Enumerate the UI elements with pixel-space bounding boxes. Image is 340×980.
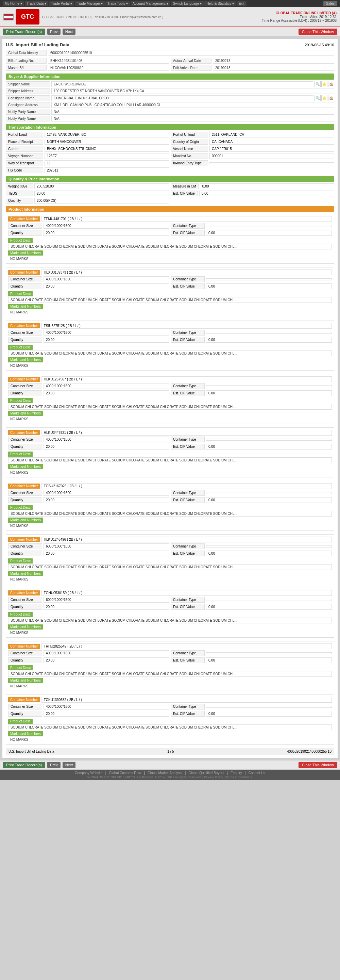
c8-size-value: 6000*1000*1600: [43, 597, 169, 603]
footer-link-market[interactable]: Global Market Analysis: [148, 771, 182, 775]
consignee-icons: 🔍 ⭐ 🏠: [315, 95, 334, 101]
nav-exit[interactable]: Exit: [237, 1, 246, 6]
c1-product-desc-value: SODIUM CHLORATE SODIUM CHLORATE SODIUM C…: [8, 243, 332, 250]
search-icon[interactable]: 🔍: [315, 81, 321, 87]
container-7-number-value: HLKU1246496 ( 2B / L / ): [41, 537, 332, 542]
company-name: GLOBAL TRADE ONLINE LIMITED (A): [262, 11, 337, 15]
footer-copyright: GLOBAL TRADE ONLINE LIMITED is authorize…: [3, 775, 337, 779]
header-right: GLOBAL TRADE ONLINE LIMITED (A) Expire A…: [262, 11, 337, 22]
nav-trade-data[interactable]: Trade Data ▾: [25, 1, 48, 6]
c2-size-label: Container Size: [8, 276, 42, 282]
prev-button-top[interactable]: Prev: [47, 29, 60, 35]
c2-qty-row: Quantity 20.00: [8, 283, 169, 289]
footer-link-customs[interactable]: Global Customs Data: [109, 771, 141, 775]
nav-switch-language[interactable]: Switch Language ▾: [171, 1, 204, 6]
c6-marks-value: NO MARKS: [8, 523, 332, 528]
c2-product-desc-label: Product Desc: [8, 291, 33, 296]
print-button-top[interactable]: Print Trade Record(s): [3, 29, 45, 35]
c9-product-desc-label: Product Desc: [8, 665, 33, 670]
c10-size-label: Container Size: [8, 704, 42, 710]
sales-button[interactable]: Sales: [323, 1, 337, 6]
shipper-name-label: Shipper Name: [6, 81, 50, 87]
nav-trade-manager[interactable]: Trade Manager ▾: [75, 1, 105, 6]
nav-trade-tools[interactable]: Trade Tools ▾: [105, 1, 130, 6]
nav-menu: My Home ▾ Trade Data ▾ Trade Portal ▾ Tr…: [3, 1, 246, 6]
footer-link-buyers[interactable]: Global Qualified Buyers: [188, 771, 224, 775]
shipper-address-value: 100 FORESTER ST NORTH VANCOUVER BC V7H1X…: [51, 88, 334, 94]
next-button-top[interactable]: Next: [62, 29, 76, 35]
consignee-star-icon[interactable]: ⭐: [321, 95, 327, 101]
c3-product-desc-value: SODIUM CHLORATE SODIUM CHLORATE SODIUM C…: [8, 350, 332, 356]
consignee-search-icon[interactable]: 🔍: [315, 95, 321, 101]
weight-label: Weight (KG): [6, 183, 33, 189]
c9-marks-value: NO MARKS: [8, 684, 332, 689]
print-button-bottom[interactable]: Print Trade Record(s): [3, 762, 45, 768]
carrier-label: Carrier: [6, 146, 43, 152]
c1-type-row: Container Type: [171, 223, 332, 229]
c8-marks-value: NO MARKS: [8, 630, 332, 635]
c9-cif-row: Est. CIF Value 0.00: [171, 657, 332, 663]
close-button-top[interactable]: Close This Window: [299, 29, 337, 35]
next-button-bottom[interactable]: Next: [62, 762, 76, 768]
container-3-number-row: Container Number FSIU5275128 ( 2B / L / …: [8, 323, 332, 329]
c10-marks-value: NO MARKS: [8, 737, 332, 742]
prev-button-bottom[interactable]: Prev: [47, 762, 60, 768]
footer-record-id: 400532019021400000255 10: [287, 749, 332, 753]
c5-size-label: Container Size: [8, 437, 42, 442]
c5-type-label: Container Type: [171, 437, 205, 442]
star-icon[interactable]: ⭐: [321, 81, 327, 87]
nav-my-home[interactable]: My Home ▾: [3, 1, 24, 6]
quantity-value: 200.00(PCS): [34, 198, 169, 204]
c7-product-desc-value: SODIUM CHLORATE SODIUM CHLORATE SODIUM C…: [8, 564, 332, 570]
top-toolbar: Print Trade Record(s) Prev Next Close Th…: [0, 27, 340, 37]
notify-party-2-label: Notify Party Name: [6, 116, 50, 121]
c9-type-value: [206, 652, 332, 654]
c1-type-label: Container Type: [171, 223, 205, 229]
consignee-address-row: Consignee Address KM 1 DEL CAMINO PUBLIC…: [6, 102, 334, 108]
close-button-bottom[interactable]: Close This Window: [299, 762, 337, 768]
measure-value: 0.00: [200, 183, 334, 189]
nav-trade-portal[interactable]: Trade Portal ▾: [49, 1, 74, 6]
c9-qty-label: Quantity: [8, 657, 42, 663]
footer-link-company[interactable]: Company Website: [75, 771, 103, 775]
c1-cif-row: Est. CIF Value 0.00: [171, 230, 332, 236]
bill-row: Bill of Lading No. BHHX124981101405: [6, 58, 169, 64]
est-cfv-value: 0.00: [199, 191, 334, 196]
c1-size-label: Container Size: [8, 223, 42, 229]
footer-link-contact[interactable]: Contact Us: [248, 771, 265, 775]
c6-cif-label: Est. CIF Value: [171, 497, 205, 503]
home-icon[interactable]: 🏠: [328, 81, 334, 87]
nav-help-statistics[interactable]: Help & Statistics ▾: [204, 1, 236, 6]
weight-value: 230,520.00: [34, 183, 169, 189]
c3-type-value: [206, 332, 332, 334]
quantity-row: Quantity 200.00(PCS): [6, 198, 169, 204]
c9-qty-value: 20.00: [43, 657, 169, 663]
inner-page-footer: U.S. Import Bill of Lading Data 1 / 5 40…: [6, 748, 334, 755]
c5-type-row: Container Type: [171, 437, 332, 442]
c7-marks-value: NO MARKS: [8, 577, 332, 582]
port-unload-value: 2511: OAKLAND, CA: [210, 132, 334, 137]
c3-type-row: Container Type: [171, 330, 332, 336]
consignee-home-icon[interactable]: 🏠: [328, 95, 334, 101]
container-8-number-row: Container Number TGHU0530159 ( 2B / L / …: [8, 590, 332, 596]
c9-cif-value: 0.00: [206, 657, 332, 663]
flag-icon: [3, 14, 14, 21]
c5-qty-label: Quantity: [8, 444, 42, 450]
c4-product-desc-label: Product Desc: [8, 398, 33, 403]
c8-marks-label: Marks and Numbers: [8, 624, 43, 630]
c7-size-label: Container Size: [8, 543, 42, 549]
c8-product-desc-label: Product Desc: [8, 612, 33, 617]
nav-account-management[interactable]: Account Management ▾: [130, 1, 170, 6]
shipper-name-value: ERCO WORLDWIDE: [51, 81, 313, 87]
consignee-address-label: Consignee Address: [6, 102, 50, 108]
footer-page-label: U.S. Import Bill of Lading Data: [8, 749, 54, 753]
notify-party-1-value: N/A: [51, 109, 334, 115]
container-9-number-row: Container Number TRHU2025549 ( 2B / L / …: [8, 643, 332, 649]
port-unload-label: Port of Unload: [171, 132, 208, 137]
c7-type-value: [206, 546, 332, 547]
footer-sep-5: |: [245, 771, 246, 775]
company-info: GLOBAL TRADE ONLINE LIMITED | Tel: 400-7…: [42, 15, 163, 19]
container-1-number-row: Container Number TEMU4481701 ( 2B / L / …: [8, 216, 332, 222]
footer-link-enquiry[interactable]: Enquiry: [230, 771, 242, 775]
c5-qty-row: Quantity 20.00: [8, 444, 169, 450]
